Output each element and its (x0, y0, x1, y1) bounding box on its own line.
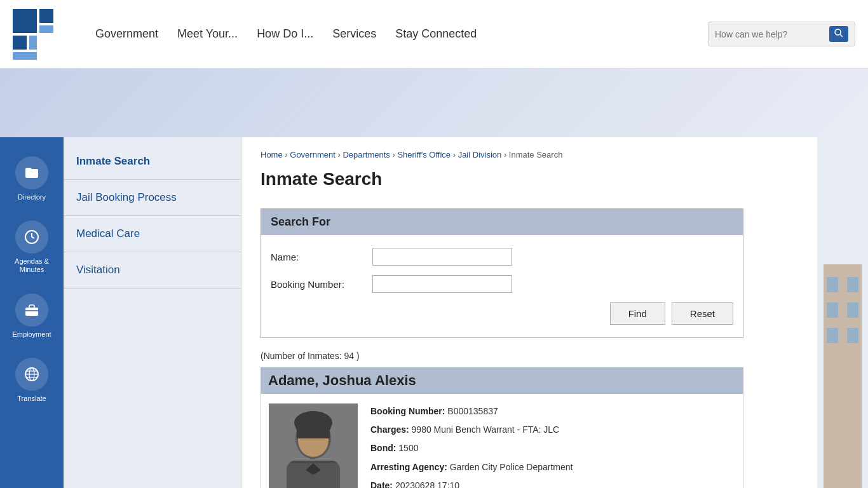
svg-rect-33 (827, 328, 838, 343)
sidebar-item-directory[interactable]: Directory (0, 150, 64, 208)
arresting-agency-row: Arresting Agency: Garden City Police Dep… (370, 459, 735, 475)
svg-rect-31 (827, 302, 838, 318)
agendas-label: Agendas &Minutes (15, 257, 49, 274)
svg-rect-5 (13, 52, 37, 60)
inmate-info: Booking Number: B000135837 Charges: 9980… (370, 403, 735, 488)
svg-rect-32 (847, 302, 858, 318)
inmate-count: (Number of Inmates: 94 ) (261, 351, 798, 361)
left-nav: Inmate Search Jail Booking Process Medic… (64, 137, 241, 488)
directory-icon (15, 156, 48, 189)
svg-rect-30 (847, 277, 858, 292)
right-building (817, 137, 868, 488)
charges-row: Charges: 9980 Muni Bench Warrant - FTA: … (370, 422, 735, 438)
left-nav-visitation[interactable]: Visitation (64, 252, 241, 288)
sidebar-item-employment[interactable]: Employment (0, 287, 64, 345)
date-label: Date: (370, 480, 393, 488)
booking-number-input[interactable] (372, 275, 512, 293)
inmate-details: Booking Number: B000135837 Charges: 9980… (261, 394, 743, 488)
search-section-header: Search For (261, 209, 743, 235)
date-value: 20230628 17:10 (395, 480, 459, 488)
main-layout: Directory Agendas &Minutes Employment (0, 137, 868, 488)
banner-strip (0, 69, 868, 137)
svg-rect-4 (29, 36, 37, 50)
svg-rect-0 (13, 9, 37, 33)
nav-how-do-i[interactable]: How Do I... (257, 27, 313, 41)
nav-meet-your[interactable]: Meet Your... (177, 27, 238, 41)
search-section-body: Name: Booking Number: Find Reset (261, 235, 743, 337)
search-section: Search For Name: Booking Number: Find Re… (261, 208, 743, 338)
main-nav: Government Meet Your... How Do I... Serv… (95, 22, 855, 46)
svg-rect-3 (13, 36, 27, 50)
left-nav-jail-booking[interactable]: Jail Booking Process (64, 180, 241, 216)
find-button[interactable]: Find (610, 302, 665, 325)
svg-rect-24 (297, 426, 330, 438)
booking-field-row: Booking Number: (271, 275, 733, 293)
booking-number-row: Booking Number: B000135837 (370, 403, 735, 419)
main-content: Home › Government › Departments › Sherif… (241, 137, 817, 488)
svg-point-6 (835, 29, 841, 35)
svg-rect-1 (39, 9, 53, 23)
svg-line-7 (840, 34, 843, 37)
nav-government[interactable]: Government (95, 27, 158, 41)
logo-area (13, 9, 70, 60)
icon-sidebar: Directory Agendas &Minutes Employment (0, 137, 64, 488)
breadcrumb: Home › Government › Departments › Sherif… (261, 150, 798, 159)
logo-icon (13, 9, 70, 60)
name-input[interactable] (372, 248, 512, 266)
search-icon (834, 29, 843, 37)
global-search-button[interactable] (829, 26, 848, 42)
employment-label: Employment (12, 330, 51, 339)
breadcrumb-jail-division[interactable]: Jail Division (458, 150, 502, 159)
translate-label: Translate (17, 395, 46, 403)
inmate-photo-svg (269, 403, 358, 488)
svg-rect-11 (25, 308, 38, 316)
nav-stay-connected[interactable]: Stay Connected (395, 27, 477, 41)
inmate-name: Adame, Joshua Alexis (261, 367, 743, 394)
nav-services[interactable]: Services (332, 27, 376, 41)
date-row: Date: 20230628 17:10 (370, 478, 735, 488)
svg-rect-29 (827, 277, 838, 292)
agendas-icon (15, 220, 48, 254)
global-search-input[interactable] (715, 29, 829, 39)
charges-value: 9980 Muni Bench Warrant - FTA: JLC (412, 424, 560, 435)
bond-value: 1500 (398, 443, 418, 453)
arresting-agency-label: Arresting Agency: (370, 462, 447, 472)
clock-icon (24, 229, 39, 245)
svg-line-10 (32, 237, 34, 238)
directory-label: Directory (18, 193, 46, 201)
left-nav-inmate-search[interactable]: Inmate Search (64, 144, 241, 180)
translate-icon (15, 358, 48, 391)
breadcrumb-departments[interactable]: Departments (342, 150, 390, 159)
page-title: Inmate Search (261, 169, 798, 189)
svg-rect-28 (824, 264, 862, 488)
booking-label: Booking Number: (271, 279, 372, 290)
name-field-row: Name: (271, 248, 733, 266)
inmate-photo (269, 403, 358, 488)
booking-number-value: B000135837 (447, 406, 498, 416)
breadcrumb-sheriffs-office[interactable]: Sheriff's Office (397, 150, 451, 159)
sidebar-item-translate[interactable]: Translate (0, 351, 64, 409)
breadcrumb-government[interactable]: Government (290, 150, 336, 159)
name-label: Name: (271, 252, 372, 262)
svg-rect-2 (39, 25, 53, 33)
inmate-record: Adame, Joshua Alexis (261, 367, 743, 488)
svg-rect-34 (847, 328, 858, 343)
global-search-box (708, 22, 855, 46)
breadcrumb-current: Inmate Search (509, 150, 563, 159)
left-nav-medical-care[interactable]: Medical Care (64, 216, 241, 252)
bond-label: Bond: (370, 443, 396, 453)
reset-button[interactable]: Reset (672, 302, 733, 325)
charges-label: Charges: (370, 424, 409, 435)
header: Government Meet Your... How Do I... Serv… (0, 0, 868, 69)
folder-icon (24, 165, 39, 180)
booking-number-label: Booking Number: (370, 406, 445, 416)
bond-row: Bond: 1500 (370, 440, 735, 456)
building-decoration (817, 137, 868, 488)
search-buttons: Find Reset (271, 302, 733, 325)
globe-icon (24, 367, 39, 382)
arresting-agency-value: Garden City Police Department (450, 462, 573, 472)
employment-icon (15, 294, 48, 327)
briefcase-icon (24, 302, 39, 318)
sidebar-item-agendas[interactable]: Agendas &Minutes (0, 214, 64, 280)
breadcrumb-home[interactable]: Home (261, 150, 283, 159)
